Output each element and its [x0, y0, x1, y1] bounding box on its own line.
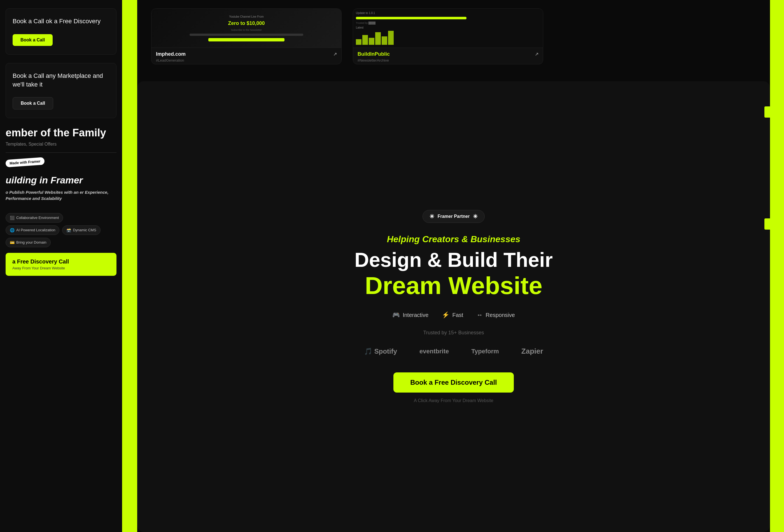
bar-6 [388, 31, 394, 45]
bip-card-info: BuildInPublic ↗ #NewsletterArchive [353, 48, 543, 64]
imphed-amount: Zero to $10,000 [228, 21, 264, 26]
feature-tags-container: ⬛ Collaborative Environment 🌐 AI Powered… [0, 213, 122, 247]
card1-text: Book a Call ok a Free Discovery [12, 17, 110, 26]
bar-1 [356, 39, 362, 45]
bip-preview-image: Update to 1.0.1 Trusted by ████ Latest [353, 9, 543, 48]
imphed-desc: Subscribe to the Newsletter [231, 29, 262, 31]
zapier-logo: Zapier [521, 347, 543, 356]
hero-cta-button[interactable]: Book a Free Discovery Call [393, 372, 513, 393]
left-panel: Book a Call ok a Free Discovery Book a C… [0, 0, 123, 532]
imphed-card-info: Imphed.com ↗ #LeadGeneration [151, 48, 341, 64]
imphed-card-tag: #LeadGeneration [156, 58, 337, 62]
fast-icon: ⚡ [442, 311, 449, 319]
book-call-button-2[interactable]: Book a Call [12, 97, 53, 110]
collaborative-icon: ⬛ [10, 216, 15, 220]
hero-features: 🎮 Interactive ⚡ Fast ↔ Responsive [392, 311, 515, 319]
interactive-icon: 🎮 [392, 311, 400, 319]
feature-tag-cms: 🗃️ Dynamic CMS [62, 225, 100, 235]
framer-partner-badge: ✳ Framer Partner ✳ [422, 210, 485, 223]
building-subtext: o Publish Powerful Websites with an er E… [6, 189, 116, 202]
feature-interactive: 🎮 Interactive [392, 311, 428, 319]
bar-4 [375, 32, 381, 45]
imphed-input-mock [190, 34, 304, 36]
framer-badge: Made with Framer [5, 157, 45, 167]
card-book-call-1: Book a Call ok a Free Discovery Book a C… [6, 8, 116, 55]
imphed-arrow-icon: ↗ [333, 52, 337, 57]
typeform-logo: Typeform [471, 348, 499, 355]
family-section: ember of the Family Templates, Special O… [0, 127, 122, 147]
feature-fast: ⚡ Fast [442, 311, 463, 319]
imphed-channel-text: Youtube Channel Live From [229, 15, 264, 18]
feature-tag-ai: 🌐 AI Powered Localization [6, 225, 59, 235]
domain-icon: 💳 [10, 240, 15, 245]
bar-5 [382, 36, 387, 45]
hero-title-line2: Dream Website [365, 273, 542, 298]
hero-section: ✳ Framer Partner ✳ Helping Creators & Bu… [137, 81, 770, 532]
feature-tag-collaborative: ⬛ Collaborative Environment [6, 213, 63, 223]
imphed-preview-image: Youtube Channel Live From Zero to $10,00… [151, 9, 341, 48]
portfolio-section: Youtube Channel Live From Zero to $10,00… [137, 0, 770, 73]
spotify-icon: 🎵 [364, 347, 372, 355]
bar-3 [369, 38, 374, 45]
portfolio-card-imphed[interactable]: Youtube Channel Live From Zero to $10,00… [151, 8, 342, 64]
imphed-card-name: Imphed.com ↗ [156, 51, 337, 57]
spotify-logo: 🎵 Spotify [364, 347, 397, 355]
hero-cta-sub: A Click Away From Your Dream Website [414, 398, 493, 403]
bip-arrow-icon: ↗ [535, 52, 538, 57]
left-lime-bar [123, 0, 137, 532]
lime-notch-top [764, 106, 770, 118]
card-book-call-2: Book a Call any Marketplace and we'll ta… [6, 63, 116, 118]
discovery-btn-sub: Away From Your Dream Website [12, 266, 110, 270]
bip-trusted-text: Trusted by ████ [356, 22, 540, 24]
eventbrite-logo: eventbrite [419, 348, 449, 355]
hero-subtitle: Helping Creators & Businesses [387, 234, 521, 245]
bip-card-tag: #NewsletterArchive [358, 58, 538, 62]
family-heading: ember of the Family [0, 127, 122, 139]
feature-tag-domain: 💳 Bring your Domain [6, 238, 51, 247]
bar-2 [362, 35, 368, 45]
family-subtext: Templates, Special Offers [0, 142, 122, 147]
bip-chart-bars [356, 31, 540, 45]
hero-title-line1: Design & Build Their [355, 249, 553, 271]
ai-icon: 🌐 [10, 228, 15, 232]
discovery-cta-bar[interactable]: a Free Discovery Call Away From Your Dre… [6, 253, 116, 276]
divider-1 [6, 152, 116, 153]
bip-update-text: Update to 1.0.1 [356, 11, 540, 15]
right-lime-bar [770, 0, 784, 532]
feature-responsive: ↔ Responsive [477, 311, 515, 319]
building-title: uilding in Framer [6, 174, 116, 186]
badge-left-icon: ✳ [429, 213, 434, 220]
discovery-btn-title: a Free Discovery Call [12, 258, 110, 265]
card2-text: Book a Call any Marketplace and we'll ta… [12, 72, 110, 89]
portfolio-card-buildinpublic[interactable]: Update to 1.0.1 Trusted by ████ Latest B… [353, 8, 543, 64]
bip-card-name: BuildInPublic ↗ [358, 51, 538, 57]
bip-mock-content: Update to 1.0.1 Trusted by ████ Latest [353, 9, 543, 48]
imphed-mock-content: Youtube Channel Live From Zero to $10,00… [151, 9, 341, 48]
building-section: uilding in Framer o Publish Powerful Web… [0, 169, 122, 213]
book-call-button-1[interactable]: Book a Call [12, 34, 53, 46]
bip-green-btn [356, 17, 467, 19]
badge-right-icon: ✳ [473, 213, 478, 220]
bip-latest-label: Latest [356, 26, 540, 29]
trusted-text: Trusted by 15+ Businesses [423, 330, 484, 336]
lime-notch-mid [764, 218, 770, 230]
imphed-btn-mock [208, 38, 284, 41]
cms-icon: 🗃️ [66, 228, 71, 232]
logos-row: 🎵 Spotify eventbrite Typeform Zapier [364, 347, 543, 356]
responsive-icon: ↔ [477, 311, 483, 319]
